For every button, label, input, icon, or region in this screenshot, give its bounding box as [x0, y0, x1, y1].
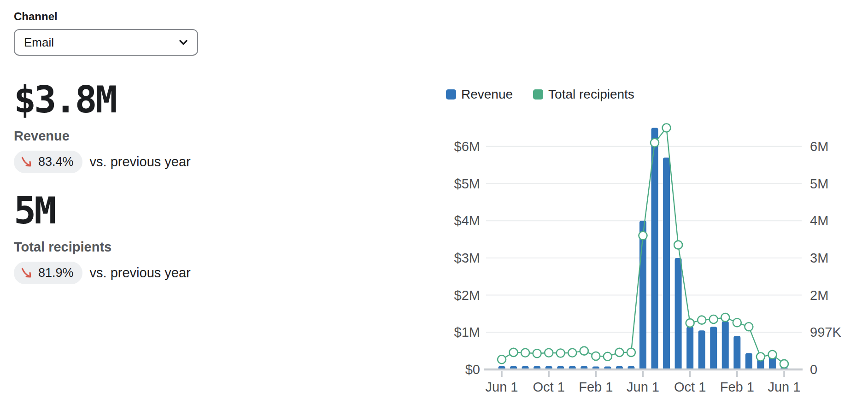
revenue-compare-text: vs. previous year: [90, 154, 191, 170]
revenue-bar[interactable]: [698, 330, 705, 369]
recipients-point[interactable]: [651, 139, 659, 147]
chevron-down-icon: [177, 36, 190, 49]
left-axis-tick-label: $6M: [454, 139, 480, 154]
recipients-point[interactable]: [533, 349, 541, 357]
legend-label-revenue: Revenue: [461, 87, 513, 102]
recipients-delta-pct: 81.9%: [38, 266, 74, 280]
legend-item-revenue[interactable]: Revenue: [446, 87, 513, 102]
recipients-point[interactable]: [615, 348, 623, 357]
recipients-point[interactable]: [745, 322, 753, 331]
x-tick-label: Oct 1: [533, 380, 565, 394]
recipients-point[interactable]: [510, 348, 518, 357]
recipients-point[interactable]: [733, 318, 741, 327]
recipients-point[interactable]: [627, 348, 635, 357]
right-axis-tick-label: 0: [810, 362, 817, 377]
right-axis-tick-label: 2M: [810, 288, 828, 303]
right-axis-tick-label: 6M: [810, 139, 828, 154]
recipients-point[interactable]: [721, 313, 729, 322]
revenue-metric-label: Revenue: [14, 129, 299, 144]
left-axis-tick-label: $2M: [454, 288, 480, 303]
revenue-swatch-icon: [446, 89, 456, 100]
revenue-bar[interactable]: [745, 353, 752, 369]
legend-label-recipients: Total recipients: [548, 87, 634, 102]
revenue-metric-value: $3.8M: [14, 82, 299, 118]
recipients-point[interactable]: [498, 355, 506, 363]
recipients-point[interactable]: [592, 352, 600, 360]
revenue-bar[interactable]: [733, 336, 740, 369]
recipients-compare-text: vs. previous year: [90, 265, 191, 281]
recipients-point[interactable]: [521, 349, 529, 357]
kpi-panel: Channel Email $3.8M Revenue 83.4% vs. pr…: [14, 10, 299, 284]
revenue-bar[interactable]: [639, 221, 646, 369]
recipients-metric-value: 5M: [14, 193, 299, 229]
left-axis-tick-label: $3M: [454, 251, 480, 265]
revenue-delta-badge: 83.4%: [14, 151, 82, 173]
left-axis-tick-label: $4M: [454, 213, 480, 228]
recipients-point[interactable]: [639, 231, 647, 240]
revenue-delta-pct: 83.4%: [38, 155, 74, 169]
recipients-metric-label: Total recipients: [14, 240, 299, 255]
recipients-point[interactable]: [768, 351, 776, 359]
revenue-recipients-chart: Revenue Total recipients Jun 1Oct 1Feb 1…: [438, 88, 868, 410]
x-tick-label: Oct 1: [674, 380, 706, 394]
recipients-delta-badge: 81.9%: [14, 262, 82, 284]
revenue-bar[interactable]: [722, 321, 729, 369]
recipients-point[interactable]: [663, 123, 671, 132]
recipients-swatch-icon: [533, 89, 543, 100]
recipients-point[interactable]: [545, 349, 553, 357]
recipients-point[interactable]: [580, 347, 588, 355]
combo-chart-canvas: Jun 1Oct 1Feb 1Jun 1Oct 1Feb 1Jun 1$00$1…: [438, 106, 868, 410]
left-axis-tick-label: $0: [465, 362, 480, 377]
trend-down-icon: [20, 155, 34, 169]
revenue-bar[interactable]: [675, 258, 682, 369]
chart-legend: Revenue Total recipients: [438, 88, 868, 100]
right-axis-tick-label: 3M: [810, 251, 828, 265]
recipients-point[interactable]: [568, 349, 576, 357]
revenue-bar[interactable]: [710, 327, 717, 369]
recipients-point[interactable]: [710, 315, 718, 323]
channel-select-value: Email: [24, 35, 54, 50]
left-axis-tick-label: $5M: [454, 176, 480, 191]
recipients-delta-row: 81.9% vs. previous year: [14, 262, 299, 284]
recipients-point[interactable]: [604, 352, 612, 361]
recipients-point[interactable]: [780, 360, 788, 368]
right-axis-tick-label: 997K: [810, 325, 841, 340]
recipients-point[interactable]: [674, 241, 682, 249]
channel-select[interactable]: Email: [14, 29, 198, 56]
x-tick-label: Feb 1: [579, 380, 613, 394]
revenue-bar[interactable]: [686, 327, 693, 369]
recipients-point[interactable]: [757, 353, 765, 361]
x-tick-label: Jun 1: [486, 380, 518, 394]
channel-label: Channel: [14, 10, 299, 23]
x-tick-label: Jun 1: [768, 380, 800, 394]
revenue-bar[interactable]: [663, 158, 670, 369]
x-tick-label: Feb 1: [720, 380, 754, 394]
right-axis-tick-label: 4M: [810, 213, 828, 228]
recipients-point[interactable]: [686, 319, 694, 327]
recipients-point[interactable]: [698, 316, 706, 324]
x-tick-label: Jun 1: [627, 380, 659, 394]
right-axis-tick-label: 5M: [810, 176, 828, 191]
legend-item-recipients[interactable]: Total recipients: [533, 87, 634, 102]
left-axis-tick-label: $1M: [454, 325, 480, 340]
trend-down-icon: [20, 266, 34, 280]
revenue-delta-row: 83.4% vs. previous year: [14, 151, 299, 173]
recipients-point[interactable]: [557, 349, 565, 357]
